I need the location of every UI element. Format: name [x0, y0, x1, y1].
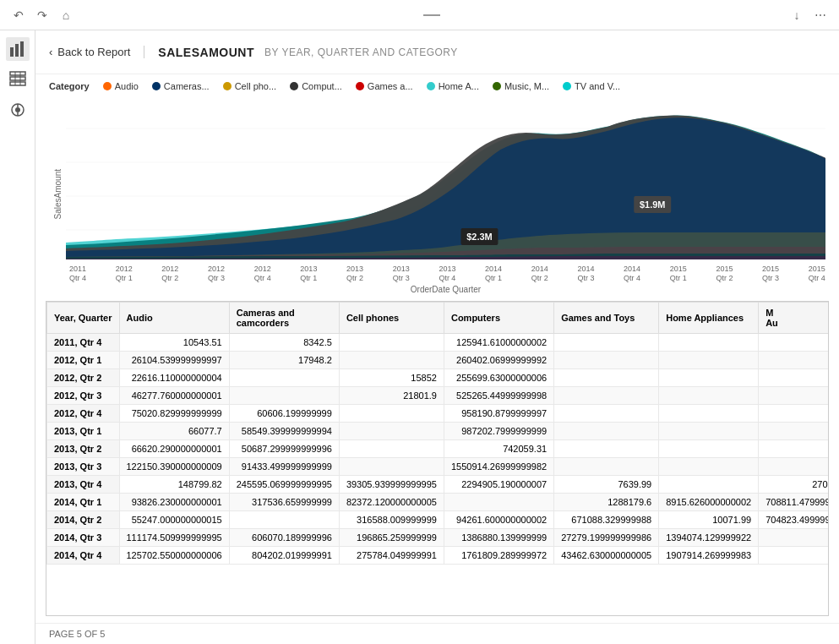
table-cell — [659, 351, 759, 368]
svg-rect-0 — [10, 47, 14, 57]
table-cell: 21801.9 — [339, 386, 444, 404]
chart-svg: $2.3M $1.9M — [66, 95, 825, 259]
legend-label: Category — [49, 81, 90, 91]
table-cell — [229, 510, 339, 528]
table-cell: 245595.069999999995 — [229, 475, 339, 493]
sidebar-table-icon[interactable] — [6, 68, 30, 91]
chart-area: Category Audio Cameras... Cell pho... Co… — [35, 74, 839, 294]
table-cell: 2012, Qtr 4 — [47, 404, 120, 422]
table-cell: 671088.329999988 — [554, 510, 659, 528]
y-axis-label: SalesAmount — [53, 169, 63, 219]
legend-item-home: Home A... — [427, 81, 479, 91]
table-cell: 10071.99 — [659, 510, 759, 528]
content-area: ‹ Back to Report SALESAMOUNT BY YEAR, QU… — [35, 30, 839, 644]
page-title: SALESAMOUNT — [158, 46, 254, 59]
x-label-2014q2: 2014Qtr 2 — [531, 265, 548, 283]
table-cell — [554, 351, 659, 368]
table-cell: 50687.299999999996 — [229, 439, 339, 457]
table-cell: 55247.000000000015 — [119, 510, 229, 528]
sidebar-chart-icon[interactable] — [6, 37, 30, 61]
table-cell: 7639.99 — [554, 475, 659, 493]
data-table-container[interactable]: Year, Quarter Audio Cameras andcamcorder… — [46, 301, 829, 616]
table-cell: 111174.509999999995 — [119, 528, 229, 546]
col-music: MAu — [759, 302, 829, 333]
table-cell: 1761809.289999972 — [444, 546, 553, 564]
col-cellphones: Cell phones — [339, 302, 444, 333]
svg-rect-1 — [15, 44, 19, 57]
table-cell: 17948.2 — [229, 351, 339, 368]
table-cell: 39305.939999999995 — [339, 475, 444, 493]
legend-text-audio: Audio — [115, 81, 139, 91]
table-cell — [554, 368, 659, 386]
table-cell: 43462.630000000005 — [554, 546, 659, 564]
table-row: 2014, Qtr 4125702.550000000006804202.019… — [47, 546, 830, 564]
col-cameras: Cameras andcamcorders — [229, 302, 339, 333]
table-cell: 196865.259999999 — [339, 528, 444, 546]
table-cell: 2013, Qtr 3 — [47, 457, 120, 475]
x-label-2014q4: 2014Qtr 4 — [624, 265, 640, 283]
header-bar: ‹ Back to Report SALESAMOUNT BY YEAR, QU… — [35, 30, 839, 74]
table-row: 2012, Qtr 222616.11000000000415852255699… — [47, 368, 830, 386]
table-cell — [659, 439, 759, 457]
legend-text-home: Home A... — [439, 81, 479, 91]
table-cell — [444, 493, 553, 510]
table-cell: 60606.199999999 — [229, 404, 339, 422]
back-to-report-button[interactable]: ‹ Back to Report — [49, 46, 144, 58]
table-cell — [759, 333, 829, 351]
legend-item-games: Games a... — [356, 81, 413, 91]
legend-item-cameras: Cameras... — [152, 81, 210, 91]
page-info: PAGE 5 OF 5 — [49, 629, 105, 639]
footer: PAGE 5 OF 5 — [35, 623, 839, 644]
table-cell — [659, 333, 759, 351]
table-cell — [339, 422, 444, 439]
table-cell: 2012, Qtr 2 — [47, 368, 120, 386]
chart-legend: Category Audio Cameras... Cell pho... Co… — [49, 81, 825, 91]
svg-rect-5 — [10, 82, 25, 85]
back-nav-icon[interactable]: ↶ — [10, 7, 27, 24]
table-cell: 66620.290000000001 — [119, 439, 229, 457]
table-cell — [659, 386, 759, 404]
table-cell — [759, 457, 829, 475]
table-cell — [554, 422, 659, 439]
col-audio: Audio — [119, 302, 229, 333]
legend-text-cellphones: Cell pho... — [235, 81, 277, 91]
toolbar-divider — [423, 14, 440, 16]
table-cell: 125702.550000000006 — [119, 546, 229, 564]
table-cell — [659, 404, 759, 422]
table-cell: 58549.399999999994 — [229, 422, 339, 439]
legend-dot-cameras — [152, 82, 161, 90]
sidebar-filter-icon[interactable] — [6, 98, 30, 122]
table-cell — [659, 457, 759, 475]
legend-dot-cellphones — [223, 82, 232, 90]
table-cell: 317536.659999999 — [229, 493, 339, 510]
table-cell: 2013, Qtr 2 — [47, 439, 120, 457]
table-cell: 987202.7999999999 — [444, 422, 553, 439]
chart-with-axes: SalesAmount — [49, 95, 825, 294]
download-icon[interactable]: ↓ — [788, 7, 805, 24]
svg-text:$2.3M: $2.3M — [466, 232, 493, 242]
table-cell: 606070.189999996 — [229, 528, 339, 546]
table-cell: 708811.47999999968 — [759, 493, 829, 510]
legend-item-computers: Comput... — [290, 81, 342, 91]
table-cell: 2014, Qtr 1 — [47, 493, 120, 510]
col-year-quarter: Year, Quarter — [47, 302, 120, 333]
legend-item-music: Music, M... — [493, 81, 549, 91]
table-row: 2013, Qtr 266620.29000000000150687.29999… — [47, 439, 830, 457]
table-row: 2013, Qtr 166077.758549.3999999999949872… — [47, 422, 830, 439]
table-cell: 270954.36 — [759, 475, 829, 493]
table-cell — [554, 333, 659, 351]
table-row: 2012, Qtr 346277.76000000000121801.95252… — [47, 386, 830, 404]
toolbar-left: ↶ ↷ ⌂ — [10, 7, 74, 24]
forward-nav-icon[interactable]: ↷ — [34, 7, 51, 24]
x-label-2015q3: 2015Qtr 3 — [762, 265, 779, 283]
table-cell: 148799.82 — [119, 475, 229, 493]
home-nav-icon[interactable]: ⌂ — [57, 7, 74, 24]
more-options-icon[interactable]: ⋯ — [812, 7, 829, 24]
table-cell: 2014, Qtr 2 — [47, 510, 120, 528]
table-cell — [659, 475, 759, 493]
legend-item-audio: Audio — [103, 81, 139, 91]
table-cell: 1386880.139999999 — [444, 528, 553, 546]
table-cell: 125941.61000000002 — [444, 333, 553, 351]
svg-rect-2 — [20, 41, 24, 57]
table-cell: 275784.049999991 — [339, 546, 444, 564]
